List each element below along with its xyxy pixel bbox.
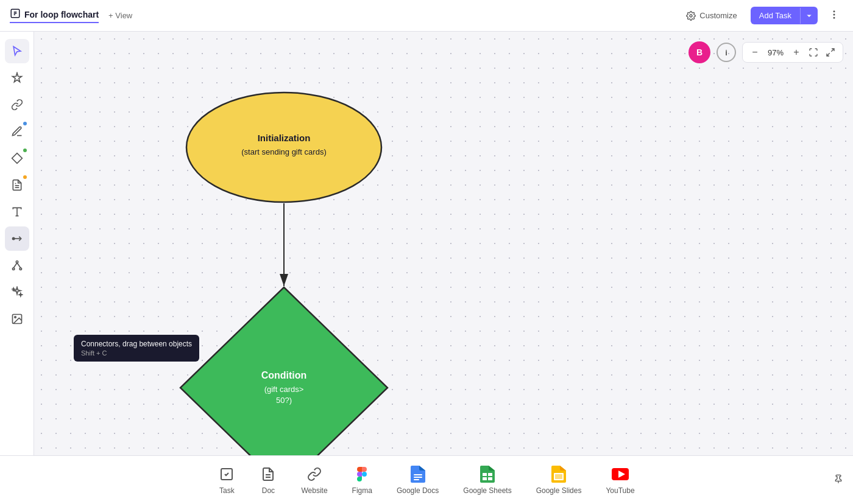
gear-icon xyxy=(686,11,696,21)
condition-subtitle-1: (gift cards> xyxy=(264,385,304,394)
user-avatar[interactable]: B xyxy=(688,41,710,63)
header-left: For loop flowchart + View xyxy=(10,8,670,23)
svg-point-20 xyxy=(14,317,15,318)
google-docs-label: Google Docs xyxy=(397,486,439,495)
sidebar-item-pen[interactable] xyxy=(5,119,29,144)
fit-width-icon xyxy=(809,47,818,57)
top-controls: B i − 97% + xyxy=(688,41,843,63)
sidebar-item-sparkle[interactable] xyxy=(5,280,29,304)
svg-point-13 xyxy=(12,237,14,239)
add-view-button[interactable]: + View xyxy=(104,9,137,23)
pen-dot xyxy=(23,122,27,125)
google-slides-label: Google Slides xyxy=(536,486,582,495)
svg-marker-8 xyxy=(12,153,22,164)
svg-rect-33 xyxy=(488,477,492,480)
doc-label: Doc xyxy=(262,486,275,495)
bottom-item-google-sheets[interactable]: Google Sheets xyxy=(451,461,523,500)
svg-rect-28 xyxy=(414,477,422,478)
website-icon xyxy=(306,466,323,483)
fullscreen-icon xyxy=(826,47,835,57)
task-icon xyxy=(218,466,235,483)
zoom-controls: − 97% + xyxy=(742,42,843,63)
add-task-button[interactable]: Add Task xyxy=(751,7,818,24)
header-right: Customize Add Task xyxy=(680,5,843,26)
add-task-label[interactable]: Add Task xyxy=(751,7,800,24)
google-docs-icon xyxy=(409,466,426,483)
svg-rect-29 xyxy=(414,479,419,480)
svg-point-5 xyxy=(834,11,835,12)
sidebar-item-link[interactable] xyxy=(5,93,29,117)
condition-subtitle-2: 50?) xyxy=(276,396,292,405)
google-slides-icon xyxy=(550,466,567,483)
main-area: B i − 97% + xyxy=(0,32,853,455)
bottom-item-figma[interactable]: Figma xyxy=(340,461,384,500)
menu-icon xyxy=(829,9,840,20)
document-title-text: For loop flowchart xyxy=(24,10,99,19)
svg-rect-27 xyxy=(414,474,422,475)
text-icon xyxy=(11,206,23,218)
diamond-shape-icon xyxy=(11,152,23,164)
info-button[interactable]: i xyxy=(717,43,736,62)
youtube-label: YouTube xyxy=(606,486,634,495)
sidebar-item-magic[interactable] xyxy=(5,66,29,90)
initialization-title: Initialization xyxy=(258,133,311,143)
magic-icon xyxy=(11,72,23,84)
zoom-level-display: 97% xyxy=(765,48,787,57)
svg-point-7 xyxy=(834,18,835,19)
fit-width-button[interactable] xyxy=(806,45,821,60)
task-label: Task xyxy=(219,486,235,495)
condition-title: Condition xyxy=(261,370,307,380)
initialization-subtitle: (start sending gift cards) xyxy=(241,147,326,156)
connector-icon xyxy=(11,233,23,245)
bottom-item-doc[interactable]: Doc xyxy=(247,461,289,500)
sidebar-item-diamond[interactable] xyxy=(5,146,29,170)
sidebar-item-pointer[interactable] xyxy=(5,39,29,63)
svg-point-4 xyxy=(690,15,692,17)
svg-line-17 xyxy=(13,263,17,268)
pointer-icon xyxy=(11,45,23,57)
sidebar-item-image[interactable] xyxy=(5,307,29,331)
fullscreen-button[interactable] xyxy=(823,45,838,60)
document-title[interactable]: For loop flowchart xyxy=(10,8,99,23)
flowchart-svg: Initialization (start sending gift cards… xyxy=(95,62,491,455)
bottom-item-google-docs[interactable]: Google Docs xyxy=(384,461,451,500)
header: For loop flowchart + View Customize Add … xyxy=(0,0,853,32)
svg-point-14 xyxy=(16,261,18,263)
header-menu-button[interactable] xyxy=(825,5,843,26)
note-icon xyxy=(11,179,23,191)
sidebar-item-note[interactable] xyxy=(5,173,29,197)
bottom-bar: Task Doc Website xyxy=(0,455,853,504)
google-sheets-label: Google Sheets xyxy=(463,486,511,495)
youtube-icon xyxy=(612,466,629,483)
sidebar xyxy=(0,32,34,455)
image-icon xyxy=(11,313,23,325)
svg-line-22 xyxy=(827,53,830,56)
svg-rect-30 xyxy=(483,473,487,476)
svg-point-6 xyxy=(834,14,835,15)
customize-button[interactable]: Customize xyxy=(680,7,743,24)
bottom-item-task[interactable]: Task xyxy=(206,461,247,500)
svg-rect-35 xyxy=(555,474,562,479)
pin-icon[interactable] xyxy=(834,474,843,486)
edit-icon xyxy=(10,8,21,21)
sidebar-item-connector[interactable] xyxy=(5,226,29,251)
network-icon xyxy=(11,259,23,271)
sidebar-item-text[interactable] xyxy=(5,200,29,224)
svg-rect-31 xyxy=(488,473,492,476)
doc-icon xyxy=(260,466,277,483)
website-label: Website xyxy=(301,486,327,495)
svg-point-16 xyxy=(19,268,21,270)
customize-label: Customize xyxy=(699,11,737,20)
svg-line-21 xyxy=(831,49,834,52)
add-task-chevron-icon[interactable] xyxy=(800,8,818,24)
figma-icon xyxy=(353,466,370,483)
bottom-item-google-slides[interactable]: Google Slides xyxy=(524,461,594,500)
zoom-in-button[interactable]: + xyxy=(789,45,804,60)
canvas[interactable]: B i − 97% + xyxy=(34,32,853,455)
zoom-out-button[interactable]: − xyxy=(748,45,762,60)
sidebar-item-network[interactable] xyxy=(5,253,29,278)
svg-line-18 xyxy=(17,263,21,268)
bottom-item-youtube[interactable]: YouTube xyxy=(593,461,646,500)
bottom-item-website[interactable]: Website xyxy=(289,461,339,500)
link-icon xyxy=(11,99,23,111)
